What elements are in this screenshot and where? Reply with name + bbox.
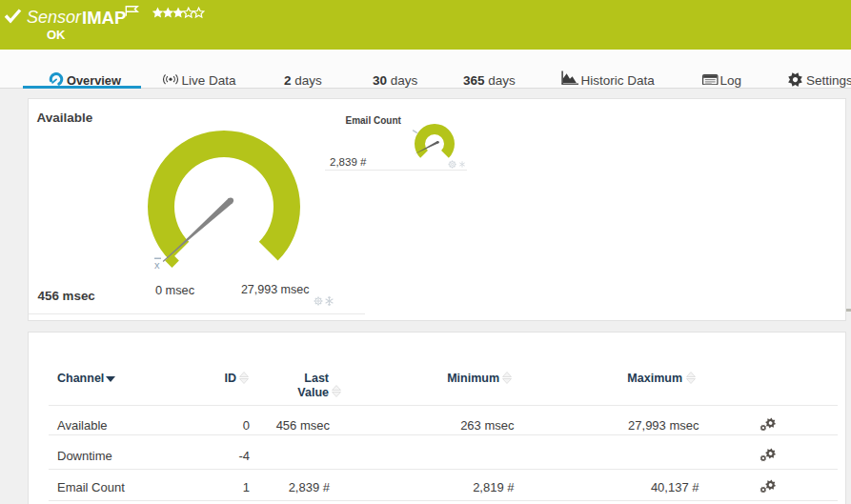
svg-text:x: x: [154, 259, 160, 271]
